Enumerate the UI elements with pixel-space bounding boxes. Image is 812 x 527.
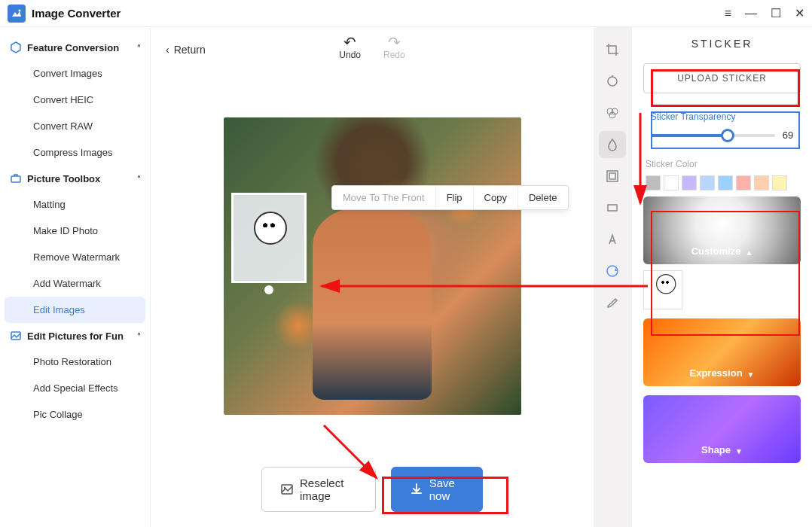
- tool-filter[interactable]: [599, 99, 626, 126]
- chevron-down-icon: ▼: [735, 447, 743, 455]
- chevron-left-icon: ‹: [166, 44, 169, 56]
- sticker-selection[interactable]: [231, 193, 307, 283]
- sidebar-item-convert-images[interactable]: Convert Images: [0, 60, 150, 87]
- canvas-area: ‹ Return ↶ Undo ↷ Redo M: [151, 27, 594, 527]
- maximize-button[interactable]: ☐: [771, 6, 781, 20]
- sidebar-item-convert-heic[interactable]: Convert HEIC: [0, 87, 150, 113]
- return-button[interactable]: ‹ Return: [166, 44, 206, 56]
- sidebar-group-picture-toolbox[interactable]: Picture Toolbox ˄: [0, 166, 150, 191]
- redo-button[interactable]: ↷ Redo: [383, 35, 405, 60]
- tool-text[interactable]: [599, 226, 626, 253]
- svg-point-0: [19, 9, 21, 11]
- svg-rect-12: [609, 173, 615, 179]
- ctx-flip[interactable]: Flip: [436, 186, 474, 209]
- minimize-button[interactable]: —: [745, 7, 757, 20]
- sidebar-item-add-special-effects[interactable]: Add Special Effects: [0, 375, 150, 401]
- app-logo: [8, 5, 26, 23]
- reselect-label: Reselect image: [300, 477, 357, 502]
- category-label: Customize: [691, 245, 741, 257]
- sticker-category-shape: Shape ▼: [643, 395, 801, 463]
- sidebar-item-convert-raw[interactable]: Convert RAW: [0, 113, 150, 139]
- category-header-shape[interactable]: Shape ▼: [643, 395, 801, 463]
- upload-sticker-button[interactable]: UPLOAD STICKER: [643, 63, 801, 93]
- sidebar-item-add-watermark[interactable]: Add Watermark: [0, 270, 150, 297]
- picture-icon: [9, 329, 23, 343]
- redo-label: Redo: [383, 50, 405, 60]
- sidebar-item-compress-images[interactable]: Compress Images: [0, 139, 150, 166]
- panel-title: STICKER: [638, 38, 806, 50]
- download-icon: [410, 483, 423, 496]
- chevron-up-icon: ˄: [137, 175, 141, 183]
- category-header-expression[interactable]: Expression ▼: [643, 318, 801, 386]
- toolbox-icon: [9, 172, 23, 185]
- tool-sticker[interactable]: [599, 257, 626, 285]
- ctx-copy[interactable]: Copy: [474, 186, 518, 209]
- svg-rect-13: [608, 205, 617, 211]
- svg-rect-2: [11, 176, 20, 182]
- color-swatch[interactable]: [700, 175, 715, 190]
- sticker-panel: STICKER UPLOAD STICKER Sticker Transpare…: [631, 27, 812, 527]
- color-swatch[interactable]: [646, 175, 661, 190]
- ctx-move-to-front[interactable]: Move To The Front: [332, 186, 436, 209]
- hamburger-icon[interactable]: ≡: [725, 7, 731, 20]
- sidebar-group-label: Feature Conversion: [27, 42, 119, 53]
- tool-ratio[interactable]: [599, 194, 626, 221]
- sticker-panda: [246, 212, 292, 264]
- tool-adjust[interactable]: [599, 68, 626, 95]
- return-label: Return: [174, 44, 206, 56]
- sidebar-item-edit-images[interactable]: Edit Images: [5, 297, 145, 323]
- transparency-control: Sticker Transparency 69: [643, 104, 801, 148]
- sticker-thumbnail-panda[interactable]: [643, 270, 682, 309]
- tool-drop[interactable]: [599, 131, 626, 158]
- chevron-up-icon: ▲: [745, 248, 752, 257]
- sidebar-group-feature-conversion[interactable]: Feature Conversion ˄: [0, 35, 150, 60]
- undo-label: Undo: [339, 50, 361, 60]
- color-swatch[interactable]: [754, 175, 769, 190]
- color-swatch[interactable]: [772, 175, 787, 190]
- category-label: Shape: [701, 444, 731, 455]
- chevron-up-icon: ˄: [137, 44, 141, 52]
- svg-rect-11: [607, 171, 618, 181]
- tool-crop[interactable]: [599, 36, 626, 63]
- canvas-photo[interactable]: [224, 117, 521, 415]
- sidebar-item-pic-collage[interactable]: Pic Collage: [0, 401, 150, 428]
- hexagon-icon: [9, 41, 23, 54]
- ctx-delete[interactable]: Delete: [518, 186, 568, 209]
- reselect-image-button[interactable]: Reselect image: [261, 467, 376, 512]
- color-swatch[interactable]: [664, 175, 679, 190]
- close-button[interactable]: ✕: [795, 6, 804, 20]
- sticker-color-label: Sticker Color: [638, 159, 806, 175]
- slider-knob[interactable]: [721, 129, 734, 142]
- sidebar-item-photo-restoration[interactable]: Photo Restoration: [0, 349, 150, 375]
- sidebar-item-remove-watermark[interactable]: Remove Watermark: [0, 244, 150, 270]
- tool-rail: [594, 27, 631, 527]
- sidebar-group-edit-pictures-for-fun[interactable]: Edit Pictures for Fun ˄: [0, 323, 150, 349]
- sticker-context-menu: Move To The Front Flip Copy Delete: [331, 185, 569, 210]
- sidebar-group-label: Picture Toolbox: [27, 173, 100, 184]
- chevron-up-icon: ˄: [137, 332, 141, 340]
- category-header-customize[interactable]: Customize ▲: [643, 196, 801, 264]
- save-label: Save now: [429, 477, 464, 502]
- sidebar: Feature Conversion ˄ Convert Images Conv…: [0, 27, 151, 527]
- app-title: Image Converter: [32, 7, 121, 20]
- tool-brush[interactable]: [599, 289, 626, 316]
- transparency-slider[interactable]: [651, 134, 775, 137]
- chevron-down-icon: ▼: [747, 370, 755, 379]
- undo-icon: ↶: [343, 35, 356, 50]
- category-label: Expression: [689, 367, 742, 379]
- undo-button[interactable]: ↶ Undo: [339, 35, 361, 60]
- sticker-category-customize: Customize ▲: [643, 196, 801, 309]
- sidebar-item-make-id-photo[interactable]: Make ID Photo: [0, 218, 150, 244]
- svg-marker-1: [11, 42, 20, 53]
- titlebar: Image Converter ≡ — ☐ ✕: [0, 0, 812, 27]
- save-now-button[interactable]: Save now: [391, 467, 483, 512]
- sidebar-item-matting[interactable]: Matting: [0, 191, 150, 218]
- transparency-value: 69: [783, 129, 793, 141]
- color-swatch[interactable]: [718, 175, 733, 190]
- transparency-label: Sticker Transparency: [651, 111, 794, 122]
- color-swatches: [638, 175, 806, 196]
- color-swatch[interactable]: [736, 175, 751, 190]
- color-swatch[interactable]: [682, 175, 697, 190]
- redo-icon: ↷: [388, 35, 401, 50]
- tool-frame[interactable]: [599, 163, 626, 190]
